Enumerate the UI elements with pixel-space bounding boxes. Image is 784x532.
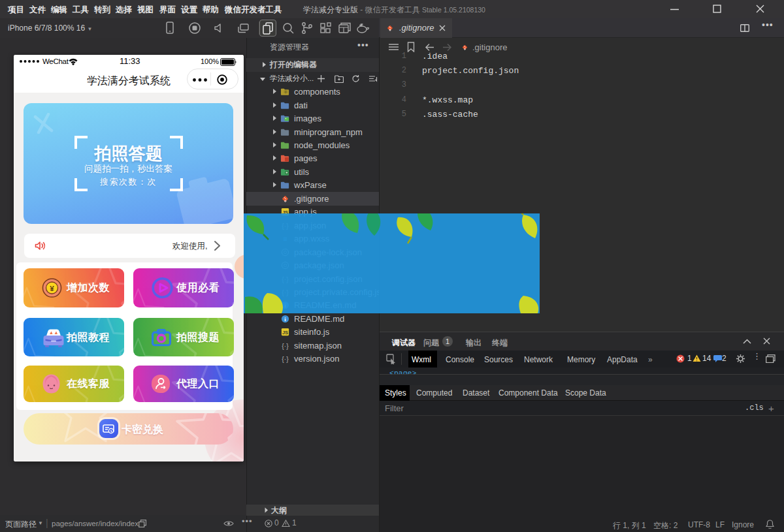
svg-text:{·}: {·} — [282, 342, 289, 349]
svg-text:¥: ¥ — [50, 284, 54, 292]
svg-text:{·}: {·} — [282, 356, 289, 363]
svg-text:JS: JS — [282, 330, 288, 336]
